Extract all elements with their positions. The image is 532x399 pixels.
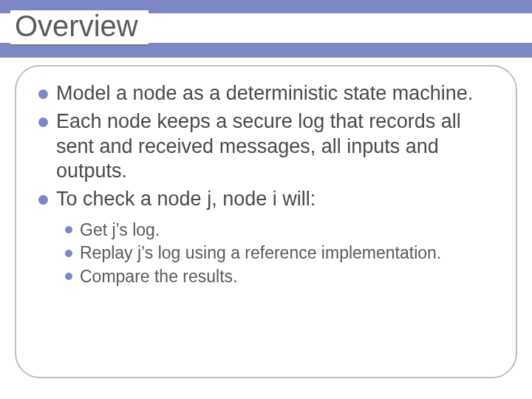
content-box: Model a node as a deterministic state ma… — [15, 65, 517, 378]
bullet-text: To check a node j, node i will: — [56, 188, 316, 210]
list-item: Compare the results. — [65, 266, 495, 287]
bullet-text: Replay j’s log using a reference impleme… — [80, 243, 441, 262]
bullet-text: Each node keeps a secure log that record… — [56, 110, 461, 183]
list-item: Get j’s log. — [65, 219, 495, 241]
list-item: To check a node j, node i will: — [38, 187, 495, 212]
slide: Overview Model a node as a deterministic… — [0, 0, 532, 399]
list-item: Replay j’s log using a reference impleme… — [65, 242, 495, 264]
list-item: Model a node as a deterministic state ma… — [38, 81, 495, 106]
sub-bullet-list: Get j’s log. Replay j’s log using a refe… — [65, 219, 495, 287]
bullet-text: Get j’s log. — [80, 220, 160, 239]
bullet-text: Compare the results. — [80, 267, 237, 286]
main-bullet-list: Model a node as a deterministic state ma… — [38, 81, 495, 212]
list-item: Each node keeps a secure log that record… — [38, 109, 495, 184]
slide-title: Overview — [10, 10, 149, 46]
bullet-text: Model a node as a deterministic state ma… — [56, 82, 473, 104]
